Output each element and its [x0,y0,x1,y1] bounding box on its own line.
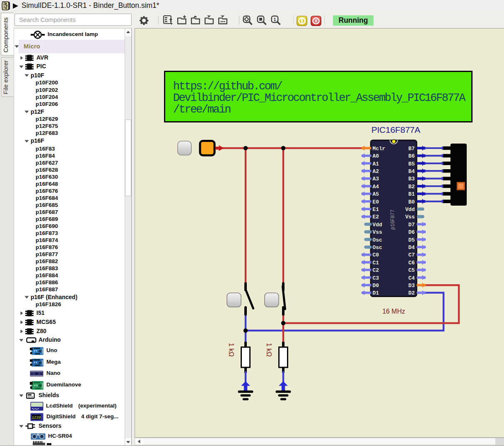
svg-text:D1: D1 [373,290,379,296]
svg-text:E0: E0 [373,199,379,205]
svg-text:A4: A4 [373,184,379,190]
svg-text:A5: A5 [373,191,379,197]
svg-text:Vdd: Vdd [373,222,382,228]
svg-text:C1: C1 [373,260,379,266]
svg-text:C5: C5 [408,267,415,273]
svg-text:B4: B4 [408,168,415,175]
svg-text:D3: D3 [408,283,415,289]
svg-text:Vss: Vss [373,229,382,235]
svg-text:C2: C2 [373,267,379,273]
svg-text:Osc: Osc [373,237,382,243]
svg-text:D2: D2 [408,290,415,296]
svg-text:D6: D6 [408,229,415,235]
svg-text:B5: B5 [408,161,415,167]
svg-text:16 MHz: 16 MHz [382,308,405,315]
svg-text:p16F877: p16F877 [390,210,396,230]
svg-text:Mclr: Mclr [373,146,386,152]
svg-text:B0: B0 [408,199,415,205]
svg-text:A1: A1 [373,161,379,167]
svg-text:Devilbinder/PIC_Microcontrolle: Devilbinder/PIC_Microcontroller_Assembly… [173,92,466,104]
svg-text:/tree/main: /tree/main [173,103,230,116]
svg-text:C4: C4 [408,275,415,281]
svg-text:B2: B2 [408,184,415,190]
svg-text:B6: B6 [408,153,415,159]
svg-text:D4: D4 [408,245,415,251]
svg-text:1 kΩ: 1 kΩ [265,343,272,357]
svg-text:A3: A3 [373,176,379,182]
svg-text:PIC16F877A: PIC16F877A [371,125,420,134]
svg-text:D0: D0 [373,283,379,289]
svg-text:D5: D5 [408,237,415,243]
svg-text:B7: B7 [408,146,415,152]
svg-text:C3: C3 [373,275,379,281]
svg-text:https://github.com/: https://github.com/ [173,80,282,93]
svg-text:C0: C0 [373,252,379,258]
svg-text:Osc: Osc [373,245,382,251]
svg-text:B1: B1 [408,191,415,197]
svg-text:Vss: Vss [405,214,415,220]
svg-text:E1: E1 [373,206,379,213]
svg-text:C6: C6 [408,260,415,266]
svg-text:C7: C7 [408,252,415,258]
svg-text:A0: A0 [373,153,379,159]
svg-text:D7: D7 [408,222,415,228]
svg-text:1 kΩ: 1 kΩ [228,343,235,357]
svg-text:Vdd: Vdd [405,206,415,213]
svg-text:E2: E2 [373,214,379,220]
svg-text:B3: B3 [408,176,415,182]
svg-text:A2: A2 [373,168,379,175]
